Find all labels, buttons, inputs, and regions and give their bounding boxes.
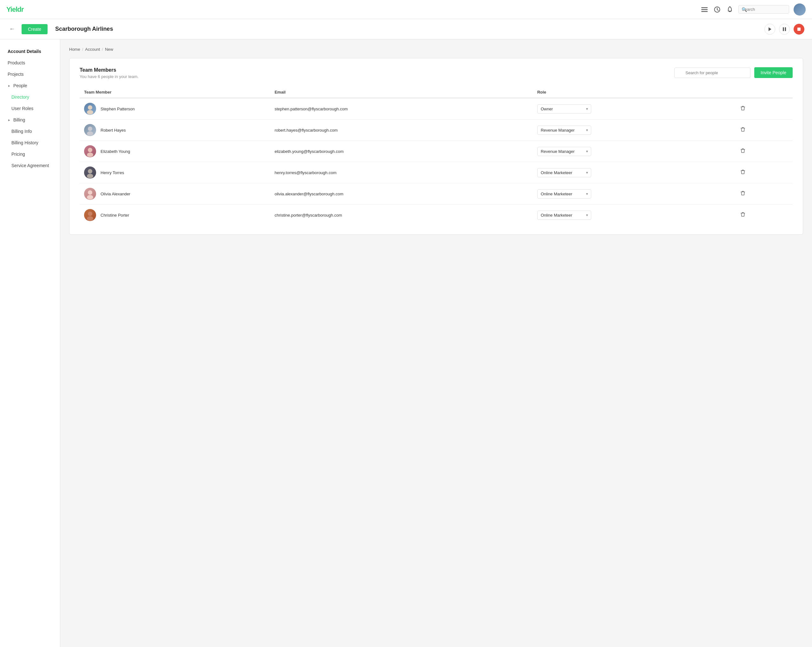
role-select[interactable]: OwnerRevenue ManagerOnline MarketeerAdmi… — [537, 104, 591, 113]
sidebar-item-user-roles[interactable]: User Roles — [0, 103, 60, 114]
role-select[interactable]: OwnerRevenue ManagerOnline MarketeerAdmi… — [537, 125, 591, 135]
table-row: Christine Porter christine.porter@flysca… — [79, 204, 793, 226]
sidebar-item-directory[interactable]: Directory — [0, 92, 60, 103]
breadcrumb-home[interactable]: Home — [69, 47, 80, 52]
role-select[interactable]: OwnerRevenue ManagerOnline MarketeerAdmi… — [537, 211, 591, 220]
member-avatar — [84, 103, 96, 115]
member-avatar — [84, 188, 96, 200]
delete-member-button[interactable] — [738, 104, 748, 113]
navbar-icons — [701, 6, 733, 13]
sidebar-item-products[interactable]: Products — [0, 57, 60, 69]
svg-point-15 — [88, 169, 92, 174]
member-avatar — [84, 209, 96, 221]
sidebar-item-billing-history[interactable]: Billing History — [0, 137, 60, 148]
page-title: Scarborough Airlines — [55, 26, 759, 32]
member-avatar — [84, 124, 96, 136]
sidebar-item-account-details[interactable]: Account Details — [0, 46, 60, 57]
team-header-right: 🔍 Invite People — [674, 67, 793, 78]
sidebar-item-service-agreement[interactable]: Service Agreement — [0, 160, 60, 171]
sidebar-item-projects[interactable]: Projects — [0, 69, 60, 80]
search-input[interactable] — [674, 67, 751, 78]
svg-point-13 — [88, 148, 92, 152]
main-content: Home / Account / New Team Members You ha… — [60, 39, 812, 647]
member-email: robert.hayes@flyscarborough.com — [270, 119, 533, 141]
layout: Account Details Products Projects ► Peop… — [0, 39, 812, 647]
svg-line-5 — [717, 9, 719, 11]
avatar[interactable] — [794, 3, 806, 15]
sidebar-item-pricing[interactable]: Pricing — [0, 148, 60, 160]
delete-cell — [734, 141, 793, 162]
table-row: Olivia Alexander olivia.alexander@flysca… — [79, 183, 793, 204]
breadcrumb-account[interactable]: Account — [85, 47, 100, 52]
member-name: Christine Porter — [101, 213, 129, 218]
delete-member-button[interactable] — [738, 211, 748, 220]
member-name: Olivia Alexander — [101, 192, 130, 196]
member-avatar — [84, 166, 96, 179]
col-member: Team Member — [79, 87, 270, 98]
member-role-cell: OwnerRevenue ManagerOnline MarketeerAdmi… — [533, 183, 734, 204]
svg-point-11 — [88, 127, 92, 131]
svg-rect-1 — [701, 9, 708, 10]
team-title: Team Members — [79, 67, 139, 73]
role-select[interactable]: OwnerRevenue ManagerOnline MarketeerAdmi… — [537, 189, 591, 198]
invite-people-button[interactable]: Invite People — [754, 67, 793, 78]
play-button[interactable] — [765, 24, 775, 35]
sidebar-item-billing-info[interactable]: Billing Info — [0, 125, 60, 137]
pause-button[interactable] — [779, 24, 790, 35]
navbar: Yieldr 🔍 — [0, 0, 812, 19]
delete-member-button[interactable] — [738, 189, 748, 198]
breadcrumb-sep-2: / — [102, 47, 103, 52]
table-row: Elizabeth Young elizabeth.young@flyscarb… — [79, 141, 793, 162]
svg-rect-2 — [701, 11, 708, 12]
svg-point-16 — [87, 174, 93, 178]
svg-rect-6 — [783, 27, 784, 31]
delete-member-button[interactable] — [738, 125, 748, 134]
team-members-card: Team Members You have 6 people in your t… — [69, 58, 803, 235]
member-name: Stephen Patterson — [101, 107, 135, 111]
member-avatar — [84, 145, 96, 157]
delete-member-button[interactable] — [738, 168, 748, 177]
team-header: Team Members You have 6 people in your t… — [79, 67, 793, 79]
back-button[interactable]: ← — [8, 25, 17, 34]
team-subtitle: You have 6 people in your team. — [79, 74, 139, 79]
member-email: christine.porter@flyscarborough.com — [270, 204, 533, 226]
sidebar-item-billing[interactable]: ► Billing — [0, 114, 60, 125]
member-cell: Stephen Patterson — [79, 98, 270, 119]
member-email: olivia.alexander@flyscarborough.com — [270, 183, 533, 204]
table-row: Robert Hayes robert.hayes@flyscarborough… — [79, 119, 793, 141]
team-table: Team Member Email Role Stephen Patterson… — [79, 87, 793, 226]
menu-icon[interactable] — [701, 6, 708, 13]
col-email: Email — [270, 87, 533, 98]
svg-point-17 — [88, 190, 92, 195]
delete-cell — [734, 204, 793, 226]
svg-rect-8 — [797, 27, 801, 31]
stop-button[interactable] — [794, 24, 804, 35]
table-row: Henry Torres henry.torres@flyscarborough… — [79, 162, 793, 183]
sidebar-item-people[interactable]: ► People — [0, 80, 60, 92]
member-role-cell: OwnerRevenue ManagerOnline MarketeerAdmi… — [533, 119, 734, 141]
role-select[interactable]: OwnerRevenue ManagerOnline MarketeerAdmi… — [537, 147, 591, 156]
member-cell: Christine Porter — [79, 204, 270, 226]
app-logo: Yieldr — [6, 5, 23, 14]
member-cell: Robert Hayes — [79, 119, 270, 141]
member-cell: Olivia Alexander — [79, 183, 270, 204]
breadcrumb-current: New — [105, 47, 113, 52]
clock-icon[interactable] — [714, 6, 720, 13]
member-name: Elizabeth Young — [101, 149, 130, 154]
navbar-search-icon: 🔍 — [742, 7, 747, 12]
member-name: Henry Torres — [101, 170, 124, 175]
sidebar: Account Details Products Projects ► Peop… — [0, 39, 60, 647]
bell-icon[interactable] — [727, 6, 733, 13]
member-cell: Elizabeth Young — [79, 141, 270, 162]
member-email: elizabeth.young@flyscarborough.com — [270, 141, 533, 162]
role-select[interactable]: OwnerRevenue ManagerOnline MarketeerAdmi… — [537, 168, 591, 177]
member-role-cell: OwnerRevenue ManagerOnline MarketeerAdmi… — [533, 141, 734, 162]
arrow-icon: ► — [8, 84, 11, 87]
svg-point-10 — [87, 110, 93, 114]
svg-point-14 — [87, 153, 93, 157]
delete-cell — [734, 119, 793, 141]
delete-member-button[interactable] — [738, 147, 748, 156]
svg-point-18 — [87, 195, 93, 200]
header-actions — [765, 24, 804, 35]
create-button[interactable]: Create — [21, 24, 47, 34]
